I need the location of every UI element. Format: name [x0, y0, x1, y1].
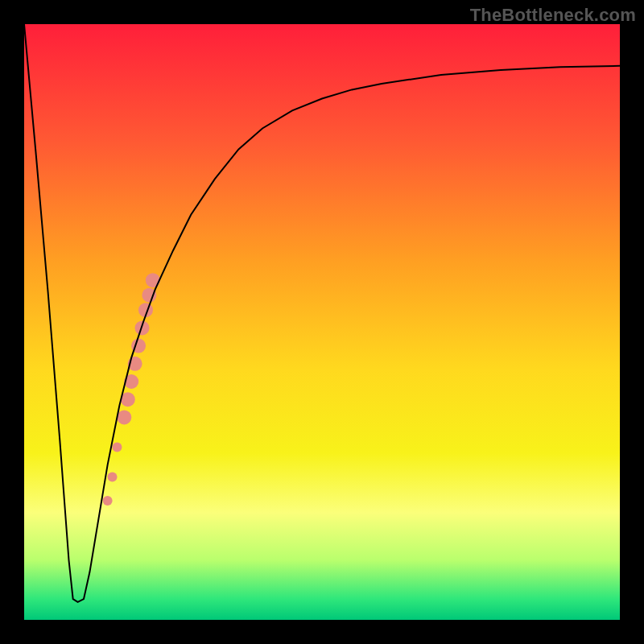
marker-dot: [117, 410, 131, 424]
chart-frame: TheBottleneck.com: [0, 0, 644, 644]
gradient-background: [24, 24, 620, 620]
marker-dot: [108, 472, 118, 481]
chart-svg: [24, 24, 620, 620]
watermark-text: TheBottleneck.com: [470, 5, 636, 26]
plot-area: [24, 24, 620, 620]
marker-dot: [103, 496, 113, 506]
marker-dot: [112, 442, 122, 452]
marker-dot: [146, 273, 160, 287]
